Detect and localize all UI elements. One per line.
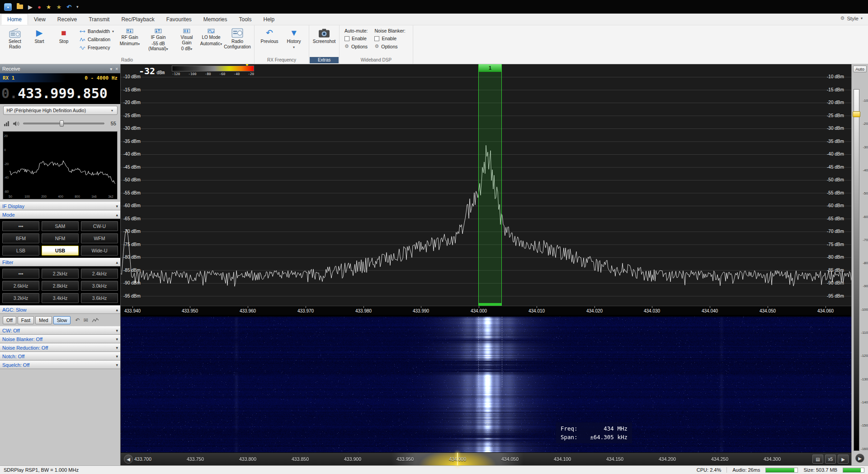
agc-section-header[interactable]: AGC: Slow ▴ <box>0 305 120 314</box>
section-header-notch-off[interactable]: Notch: Off▾ <box>0 352 120 360</box>
filter-button-3-2khz[interactable]: 3.2kHz <box>2 293 39 303</box>
start-button[interactable]: ▶ Start <box>27 27 52 46</box>
screenshot-button[interactable]: Screenshot <box>312 27 336 46</box>
agc-button-fast[interactable]: Fast <box>18 316 34 324</box>
level-slider-handle[interactable] <box>853 111 860 117</box>
section-header-squelch-off[interactable]: Squelch: Off▾ <box>0 360 120 369</box>
speaker-icon[interactable] <box>13 121 19 127</box>
chevron-up-icon[interactable]: ▴ <box>116 260 118 265</box>
tab-tools[interactable]: Tools <box>233 14 258 25</box>
waterfall[interactable]: Freq:434 MHz Span:±64.305 kHz <box>121 317 851 452</box>
style-selector[interactable]: ⚙ Style ▾ <box>840 15 863 21</box>
mode-button-lsb[interactable]: LSB <box>2 246 39 256</box>
filter-button-dots[interactable]: ••• <box>2 269 39 279</box>
undo-icon[interactable]: ↶ <box>75 317 80 323</box>
rx-marker-tab[interactable]: 1 <box>479 64 501 72</box>
calibration-button[interactable]: Calibration <box>78 36 115 43</box>
mode-button-dots[interactable]: ••• <box>2 221 39 231</box>
toolbar-options-icon[interactable]: ▾ <box>76 5 79 9</box>
frequency-display[interactable]: 0.433.999.850 <box>0 82 120 104</box>
mode-button-wide-u[interactable]: Wide-U <box>81 246 118 256</box>
noise-blanker-options-button[interactable]: ⚙ Options <box>374 43 405 49</box>
agc-button-off[interactable]: Off <box>3 316 16 324</box>
band-next-button[interactable]: ▶ <box>855 454 864 463</box>
section-header-cw-off[interactable]: CW: Off▾ <box>0 326 120 335</box>
waterfall-canvas[interactable] <box>121 317 851 452</box>
tab-receive[interactable]: Receive <box>52 14 83 25</box>
panel-collapse-icon[interactable]: ▾ <box>110 66 112 71</box>
band-navigation-bar[interactable]: ◀ ▤ x5 ▶ 433.700433.750433.800433.850433… <box>121 452 851 465</box>
section-header-noise-reduction-off[interactable]: Noise Reduction: Off▾ <box>0 343 120 352</box>
noise-blanker-enable-checkbox[interactable]: Enable <box>374 36 405 41</box>
receive-panel-header[interactable]: Receive ▾ × <box>0 64 120 73</box>
tab-favourites[interactable]: Favourites <box>160 14 198 25</box>
rf-gain-dropdown[interactable]: RF Gain Minimum▾ <box>118 27 142 47</box>
filter-button-2-6khz[interactable]: 2.6kHz <box>2 281 39 291</box>
keyboard-entry-button[interactable]: ▤ <box>812 455 823 464</box>
stop-button[interactable]: ■ Stop <box>52 27 76 46</box>
volume-slider[interactable] <box>23 120 104 127</box>
auto-mute-options-button[interactable]: ⚙ Options <box>344 43 368 49</box>
filter-button-3-4khz[interactable]: 3.4kHz <box>42 293 79 303</box>
auto-mute-enable-checkbox[interactable]: Enable <box>344 36 368 41</box>
chevron-down-icon[interactable]: ▾ <box>116 328 118 333</box>
filter-button-2-8khz[interactable]: 2.8kHz <box>42 281 79 291</box>
tab-home[interactable]: Home <box>1 14 28 25</box>
undo-icon[interactable]: ↶ <box>66 4 71 10</box>
agc-button-slow[interactable]: Slow <box>53 316 71 324</box>
audio-device-select[interactable]: HP (Périphérique High Definition Audio) … <box>3 106 118 115</box>
graph-icon[interactable] <box>92 318 99 323</box>
chevron-down-icon[interactable]: ▾ <box>116 346 118 350</box>
if-display-section-header[interactable]: IF Display ▾ <box>0 202 120 210</box>
tab-memories[interactable]: Memories <box>198 14 233 25</box>
tab-view[interactable]: View <box>28 14 52 25</box>
visual-gain-dropdown[interactable]: Visual Gain 0 dB▾ <box>175 27 199 53</box>
mode-button-wfm[interactable]: WFM <box>81 233 118 243</box>
tab-help[interactable]: Help <box>258 14 281 25</box>
chevron-up-icon[interactable]: ▴ <box>116 308 118 312</box>
mode-section-header[interactable]: Mode ▴ <box>0 210 120 219</box>
panel-close-icon[interactable]: × <box>115 66 118 71</box>
chevron-up-icon[interactable]: ▴ <box>116 213 118 217</box>
zoom-level-button[interactable]: x5 <box>825 455 836 464</box>
select-radio-button[interactable]: Select Radio <box>3 27 27 51</box>
chevron-down-icon[interactable]: ▾ <box>116 337 118 341</box>
spectrum-plot[interactable]: -10 dBm-15 dBm-20 dBm-25 dBm-30 dBm-35 d… <box>121 64 851 306</box>
lo-mode-dropdown[interactable]: LO Mode Automatic▾ <box>199 27 223 47</box>
radio-configuration-button[interactable]: Radio Configuration <box>223 27 251 51</box>
envelope-icon[interactable]: ✉ <box>84 317 88 323</box>
previous-frequency-button[interactable]: ↶ Previous <box>257 27 282 46</box>
filter-button-3-6khz[interactable]: 3.6kHz <box>81 293 118 303</box>
volume-slider-handle[interactable] <box>60 120 64 127</box>
section-header-noise-blanker-off[interactable]: Noise Blanker: Off▾ <box>0 335 120 343</box>
frequency-history-dropdown[interactable]: ▼ History ▾ <box>282 27 306 51</box>
open-file-icon[interactable] <box>17 5 23 9</box>
level-slider-track[interactable] <box>854 89 859 451</box>
record-icon[interactable]: ● <box>38 4 41 10</box>
play-icon[interactable]: ▶ <box>28 4 33 10</box>
filter-button-2-4khz[interactable]: 2.4kHz <box>81 269 118 279</box>
mode-button-usb[interactable]: USB <box>42 246 79 256</box>
filter-button-3-0khz[interactable]: 3.0kHz <box>81 281 118 291</box>
mode-button-sam[interactable]: SAM <box>42 221 79 231</box>
filter-button-2-2khz[interactable]: 2.2kHz <box>42 269 79 279</box>
chevron-down-icon[interactable]: ▾ <box>116 204 118 209</box>
auto-range-button[interactable]: Auto <box>853 66 867 72</box>
mode-button-cw-u[interactable]: CW-U <box>81 221 118 231</box>
filter-section-header[interactable]: Filter ▴ <box>0 258 120 266</box>
chevron-down-icon[interactable]: ▾ <box>116 354 118 359</box>
rx-band-highlight[interactable]: 1 <box>478 64 502 306</box>
chevron-down-icon[interactable]: ▾ <box>116 363 118 367</box>
tab-rec-playback[interactable]: Rec/Playback <box>115 14 160 25</box>
mode-button-bfm[interactable]: BFM <box>2 233 39 243</box>
colorbar-gradient[interactable] <box>172 66 254 71</box>
mode-button-nfm[interactable]: NFM <box>42 233 79 243</box>
bandwidth-button[interactable]: Bandwidth ▾ <box>78 28 115 34</box>
frequency-button[interactable]: Frequency <box>78 44 115 51</box>
favourite-icon[interactable]: ★ <box>46 4 52 10</box>
tab-transmit[interactable]: Transmit <box>83 14 115 25</box>
band-scroll-right-button[interactable]: ▶ <box>838 455 849 464</box>
favourite-add-icon[interactable]: ★ <box>57 4 62 10</box>
agc-button-med[interactable]: Med <box>35 316 52 324</box>
if-gain-dropdown[interactable]: IF Gain -55 dB (Manual)▾ <box>142 27 175 53</box>
